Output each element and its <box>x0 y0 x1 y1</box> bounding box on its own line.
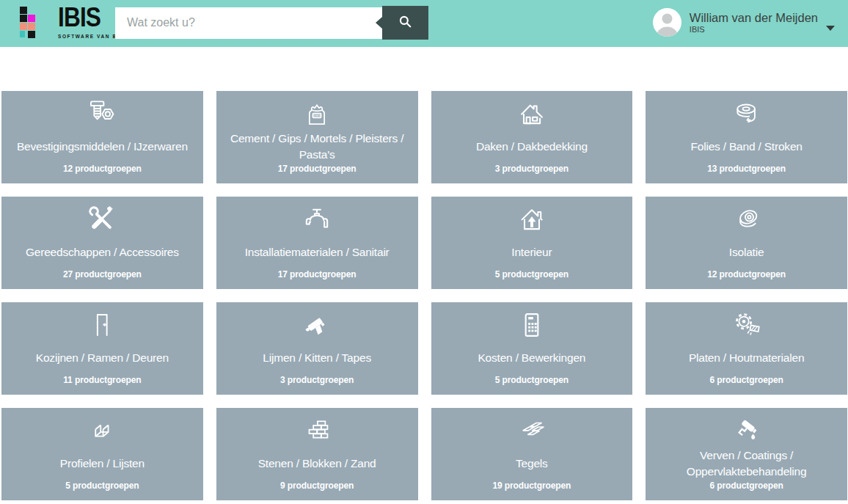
tools-icon <box>84 203 120 235</box>
category-title: Verven / Coatings / Oppervlaktebehandeli… <box>651 447 841 481</box>
search-bar <box>115 6 428 40</box>
insulation-icon <box>729 203 764 235</box>
user-org: IBIS <box>690 25 818 34</box>
bolt-nut-icon <box>84 98 120 130</box>
category-title: Profielen / Lijsten <box>60 447 145 481</box>
category-title: Bevestigingsmiddelen / IJzerwaren <box>17 130 188 164</box>
category-title: Platen / Houtmaterialen <box>689 341 804 375</box>
category-count: 11 productgroepen <box>63 375 141 385</box>
faucet-icon <box>299 203 335 235</box>
profile-icon <box>84 414 120 447</box>
category-tile[interactable]: Platen / Houtmaterialen 6 productgroepen <box>646 302 847 395</box>
category-title: Kozijnen / Ramen / Deuren <box>36 341 169 375</box>
category-tile[interactable]: Installatiematerialen / Sanitair 17 prod… <box>216 197 418 289</box>
category-title: Kosten / Bewerkingen <box>478 341 585 375</box>
category-title: Stenen / Blokken / Zand <box>258 447 376 481</box>
category-count: 3 productgroepen <box>495 164 569 174</box>
category-title: Interieur <box>511 235 552 269</box>
door-icon <box>84 309 120 341</box>
category-tile[interactable]: Isolatie 12 productgroepen <box>646 197 847 289</box>
category-tile[interactable]: Bevestigingsmiddelen / IJzerwaren 12 pro… <box>1 91 203 183</box>
category-tile[interactable]: Kosten / Bewerkingen 5 productgroepen <box>431 302 633 395</box>
category-tile[interactable]: Lijmen / Kitten / Tapes 3 productgroepen <box>216 302 418 395</box>
interior-icon <box>514 203 549 235</box>
calculator-icon <box>514 309 549 341</box>
user-text: William van der Meijden IBIS <box>690 10 818 34</box>
category-count: 17 productgroepen <box>278 269 357 280</box>
search-input[interactable] <box>115 7 382 39</box>
roof-icon <box>514 98 549 130</box>
category-tile[interactable]: Folies / Band / Stroken 13 productgroepe… <box>646 91 847 183</box>
category-count: 6 productgroepen <box>709 481 783 491</box>
category-tile[interactable]: Verven / Coatings / Oppervlaktebehandeli… <box>646 408 847 500</box>
category-title: Gereedschappen / Accessoires <box>26 235 179 269</box>
glue-gun-icon <box>299 309 335 341</box>
category-title: Isolatie <box>729 235 764 269</box>
category-tile[interactable]: Stenen / Blokken / Zand 9 productgroepen <box>216 408 418 500</box>
category-count: 3 productgroepen <box>280 375 354 385</box>
category-title: Daken / Dakbedekking <box>476 130 588 164</box>
category-count: 5 productgroepen <box>495 375 569 385</box>
tiles-icon <box>514 414 549 447</box>
svg-text:CEMENT: CEMENT <box>312 114 322 117</box>
category-count: 12 productgroepen <box>63 164 142 174</box>
chevron-down-icon[interactable] <box>826 26 835 31</box>
user-menu[interactable]: William van der Meijden IBIS <box>653 8 835 37</box>
category-count: 12 productgroepen <box>707 269 786 280</box>
category-tile[interactable]: Interieur 5 productgroepen <box>431 197 633 289</box>
avatar <box>653 8 681 37</box>
ibis-pixel-logo-icon <box>20 7 51 38</box>
bricks-icon <box>299 414 335 447</box>
category-count: 9 productgroepen <box>280 481 354 491</box>
category-count: 27 productgroepen <box>63 269 142 280</box>
person-icon <box>653 8 681 37</box>
category-tile[interactable]: CEMENT Cement / Gips / Mortels / Pleiste… <box>216 91 418 183</box>
category-count: 5 productgroepen <box>495 269 569 280</box>
category-title: Folies / Band / Stroken <box>691 130 803 164</box>
category-tile[interactable]: Gereedschappen / Accessoires 27 productg… <box>1 197 203 289</box>
search-icon <box>398 15 412 31</box>
category-tile[interactable]: Tegels 19 productgroepen <box>431 408 633 500</box>
category-count: 17 productgroepen <box>278 164 357 174</box>
saw-blade-icon <box>729 309 764 341</box>
category-title: Tegels <box>516 447 548 481</box>
page: IBIS SOFTWARE VAN BRINK William van der … <box>0 0 848 504</box>
user-name: William van der Meijden <box>690 10 818 25</box>
cement-bag-icon: CEMENT <box>299 98 335 130</box>
category-count: 5 productgroepen <box>65 481 139 491</box>
top-bar: IBIS SOFTWARE VAN BRINK William van der … <box>0 0 848 47</box>
category-tile[interactable]: Profielen / Lijsten 5 productgroepen <box>1 408 203 500</box>
category-count: 19 productgroepen <box>492 481 571 491</box>
category-tile[interactable]: Kozijnen / Ramen / Deuren 11 productgroe… <box>1 302 203 395</box>
category-title: Lijmen / Kitten / Tapes <box>263 341 371 375</box>
category-count: 13 productgroepen <box>707 164 786 174</box>
category-grid: Bevestigingsmiddelen / IJzerwaren 12 pro… <box>1 91 847 500</box>
category-title: Installatiematerialen / Sanitair <box>245 235 390 269</box>
category-title: Cement / Gips / Mortels / Pleisters / Pa… <box>222 130 412 164</box>
paint-roller-icon <box>729 414 764 447</box>
tape-roll-icon <box>729 98 764 130</box>
category-count: 6 productgroepen <box>709 375 783 385</box>
category-tile[interactable]: Daken / Dakbedekking 3 productgroepen <box>431 91 633 183</box>
search-button[interactable] <box>382 6 428 40</box>
